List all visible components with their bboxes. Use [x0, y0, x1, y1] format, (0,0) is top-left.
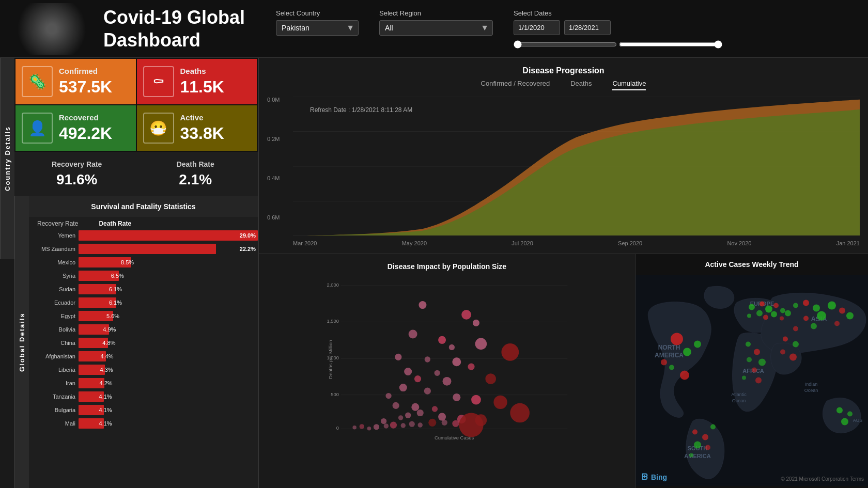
svg-point-39: [493, 396, 507, 409]
main-container: Country Details 🦠 Confirmed 537.5K ⚰ Dea…: [0, 58, 868, 488]
svg-text:1,000: 1,000: [327, 355, 339, 360]
svg-point-62: [459, 413, 484, 437]
svg-point-50: [352, 426, 357, 430]
bar-fill: 22.2%: [79, 244, 216, 254]
bar-country-label: Ecuador: [29, 300, 75, 306]
date-range-slider-start[interactable]: [514, 40, 617, 49]
bar-value-outside: 4.9%: [103, 326, 116, 333]
active-value: 33.8K: [180, 124, 251, 143]
svg-point-104: [793, 326, 798, 332]
bar-country-label: Yemen: [29, 232, 75, 239]
chart-title: Disease Progression: [267, 66, 860, 75]
svg-point-25: [395, 354, 401, 360]
date-start-input[interactable]: [514, 20, 560, 35]
bar-country-label: Iran: [29, 380, 75, 386]
svg-point-59: [428, 419, 436, 427]
bar-country-label: MS Zaandam: [29, 246, 75, 252]
svg-point-85: [765, 306, 772, 313]
dates-label: Select Dates: [514, 9, 722, 17]
content-area: Refresh Date : 1/28/2021 8:11:28 AM Coun…: [0, 58, 868, 488]
svg-point-87: [773, 303, 779, 308]
disease-impact: Disease Impact by Population Size Deaths…: [259, 254, 636, 488]
title-line1: Covid-19 Global: [103, 7, 245, 28]
y-label-06m: 0.6M: [267, 214, 289, 221]
x-label-jan: Jan 2021: [836, 240, 860, 246]
bar-country-label: Liberia: [29, 367, 75, 373]
svg-text:AMERICA: AMERICA: [684, 453, 710, 459]
weekly-trend-title: Active Cases Weekly Trend: [636, 254, 868, 269]
line-chart: 0.6M 0.4M 0.2M 0.0M: [267, 97, 860, 236]
tab-confirmed-recovered[interactable]: Confirmed / Recovered: [481, 80, 550, 90]
svg-point-86: [756, 310, 763, 317]
confirmed-value: 537.5K: [59, 77, 130, 97]
bar-row: Syria 6.5%: [29, 271, 258, 281]
svg-point-78: [683, 348, 691, 356]
bar-row: Yemen 29.0%: [29, 230, 258, 241]
svg-point-46: [438, 413, 446, 421]
survival-title: Survival and Fatality Statistics: [29, 196, 258, 217]
death-rate-label: Death Rate: [142, 160, 250, 168]
bar-value-inside: 29.0%: [240, 232, 256, 239]
bar-fill-container: 29.0%: [79, 230, 258, 241]
bar-country-label: China: [29, 340, 75, 346]
global-details-label: Global Details: [14, 196, 29, 488]
svg-point-117: [702, 434, 708, 440]
tab-deaths[interactable]: Deaths: [570, 80, 592, 90]
svg-point-118: [694, 442, 701, 449]
tab-cumulative[interactable]: Cumulative: [612, 80, 646, 90]
svg-point-121: [710, 424, 716, 430]
bar-value-outside: 4.4%: [100, 353, 113, 359]
bar-fill-container: 4.2%: [79, 378, 258, 388]
svg-text:Atlantic: Atlantic: [731, 392, 747, 397]
svg-point-88: [763, 315, 768, 320]
recovery-rate-tab[interactable]: Recovery Rate: [37, 220, 78, 227]
recovered-icon: 👤: [22, 113, 53, 144]
date-end-input[interactable]: [564, 20, 611, 35]
weekly-trend: Active Cases Weekly Trend: [636, 254, 868, 488]
svg-point-58: [418, 422, 423, 427]
svg-point-124: [841, 418, 848, 426]
svg-point-20: [409, 330, 417, 339]
svg-point-97: [839, 308, 845, 314]
svg-point-110: [754, 349, 760, 355]
recovered-card: 👤 Recovered 492.2K: [16, 105, 136, 151]
svg-point-43: [417, 410, 424, 416]
svg-point-52: [367, 427, 371, 431]
date-range-slider-end[interactable]: [619, 40, 722, 49]
recovery-rate-label: Recovery Rate: [23, 160, 131, 168]
svg-text:0: 0: [336, 425, 339, 431]
svg-point-27: [452, 357, 461, 366]
svg-point-111: [747, 357, 752, 363]
svg-point-29: [404, 368, 412, 375]
bar-value-outside: 4.3%: [100, 367, 113, 373]
scatter-chart-svg: Deaths per Million 2,000 1,500 1,000 500…: [267, 277, 627, 442]
x-axis-labels: Mar 2020 May 2020 Jul 2020 Sep 2020 Nov …: [267, 240, 860, 246]
svg-point-42: [432, 406, 438, 412]
bar-country-label: Afghanistan: [29, 353, 75, 359]
region-select[interactable]: All: [379, 20, 493, 36]
bar-fill-container: 5.6%: [79, 311, 258, 321]
bar-row: Mexico 8.5%: [29, 257, 258, 267]
svg-text:Ocean: Ocean: [804, 388, 818, 393]
date-inputs: [514, 20, 722, 35]
bar-fill-container: 6.5%: [79, 271, 258, 281]
recovered-value: 492.2K: [59, 124, 130, 143]
svg-point-28: [468, 364, 474, 370]
svg-point-19: [473, 320, 479, 326]
svg-point-92: [780, 317, 784, 321]
svg-text:AMERICA: AMERICA: [655, 352, 684, 359]
bar-row: Iran 4.2%: [29, 378, 258, 388]
deaths-label: Deaths: [180, 67, 251, 75]
svg-point-116: [692, 430, 698, 435]
bar-fill-container: 4.8%: [79, 338, 258, 348]
svg-point-103: [811, 323, 817, 329]
bar-fill: 29.0%: [79, 230, 258, 241]
x-label-may: May 2020: [402, 240, 427, 246]
svg-point-56: [401, 423, 406, 428]
survival-tabs: Recovery Rate Death Rate: [29, 217, 258, 230]
bar-row: Liberia 4.3%: [29, 365, 258, 375]
svg-point-31: [414, 375, 421, 382]
bar-row: MS Zaandam 22.2%: [29, 244, 258, 254]
death-rate-tab[interactable]: Death Rate: [99, 220, 131, 227]
country-select[interactable]: Pakistan: [276, 20, 359, 36]
